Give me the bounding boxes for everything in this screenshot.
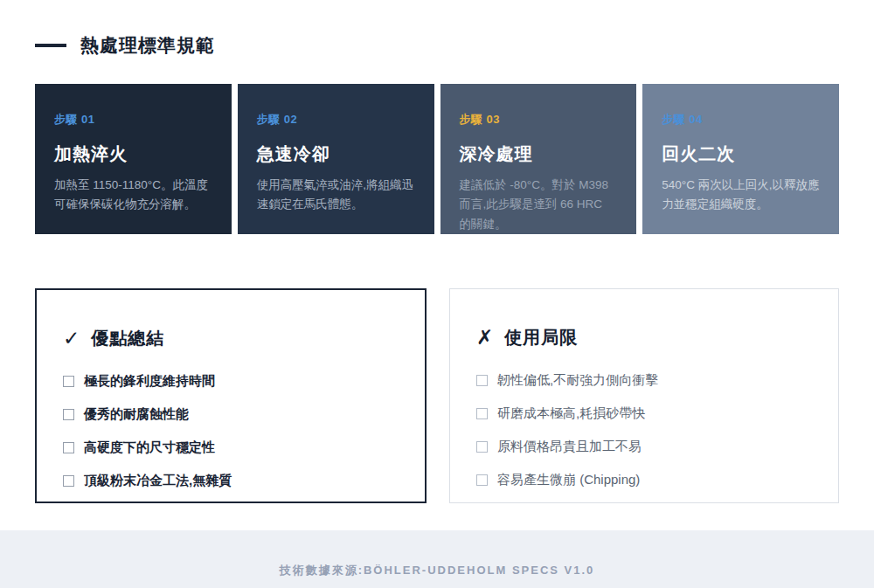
step-label: 步驟 04 <box>662 112 820 128</box>
data-source-text: 技術數據來源:BÖHLER-UDDEHOLM SPECS V1.0 <box>280 563 595 578</box>
list-item: 極長的鋒利度維持時間 <box>63 373 399 390</box>
checkbox-icon <box>63 409 74 420</box>
list-item: 高硬度下的尺寸穩定性 <box>63 439 399 456</box>
page-footer: 技術數據來源:BÖHLER-UDDEHOLM SPECS V1.0 <box>0 530 874 588</box>
step-title: 急速冷卻 <box>257 142 415 166</box>
checkbox-icon <box>476 408 488 419</box>
pros-list: 極長的鋒利度維持時間 優秀的耐腐蝕性能 高硬度下的尺寸穩定性 頂級粉末冶金工法,… <box>63 373 399 489</box>
page-title: 熱處理標準規範 <box>80 33 215 58</box>
checkbox-icon <box>63 442 74 453</box>
cons-list: 韌性偏低,不耐強力側向衝擊 研磨成本極高,耗損砂帶快 原料價格昂貴且加工不易 容… <box>476 372 812 488</box>
summary-boxes-row: ✓ 優點總結 極長的鋒利度維持時間 優秀的耐腐蝕性能 高硬度下的尺寸穩定性 頂級… <box>35 288 839 503</box>
step-label: 步驟 03 <box>460 112 618 128</box>
pros-box: ✓ 優點總結 極長的鋒利度維持時間 優秀的耐腐蝕性能 高硬度下的尺寸穩定性 頂級… <box>35 288 427 503</box>
list-item-label: 容易產生微崩 (Chipping) <box>497 472 640 488</box>
list-item: 頂級粉末冶金工法,無雜質 <box>63 473 399 489</box>
step-card-4: 步驟 04 回火二次 540°C 兩次以上回火,以釋放應力並穩定組織硬度。 <box>642 84 839 234</box>
list-item: 原料價格昂貴且加工不易 <box>476 439 812 455</box>
step-card-2: 步驟 02 急速冷卻 使用高壓氣淬或油淬,將組織迅速鎖定在馬氏體態。 <box>238 84 434 234</box>
step-card-1: 步驟 01 加熱淬火 加熱至 1150-1180°C。此溫度可確保保碳化物充分溶… <box>35 84 232 234</box>
checkbox-icon <box>476 441 488 453</box>
list-item: 韌性偏低,不耐強力側向衝擊 <box>476 372 812 389</box>
step-title: 深冷處理 <box>460 142 618 166</box>
step-description: 540°C 兩次以上回火,以釋放應力並穩定組織硬度。 <box>662 176 820 215</box>
step-cards-row: 步驟 01 加熱淬火 加熱至 1150-1180°C。此溫度可確保保碳化物充分溶… <box>35 84 839 234</box>
step-title: 加熱淬火 <box>54 142 212 166</box>
step-title: 回火二次 <box>662 142 820 166</box>
title-dash-icon <box>35 44 66 47</box>
checkbox-icon <box>63 475 74 487</box>
cross-icon: ✗ <box>476 328 493 348</box>
list-item-label: 高硬度下的尺寸穩定性 <box>84 439 215 456</box>
step-description: 加熱至 1150-1180°C。此溫度可確保保碳化物充分溶解。 <box>54 176 212 215</box>
step-card-3: 步驟 03 深冷處理 建議低於 -80°C。對於 M398 而言,此步驟是達到 … <box>440 84 637 234</box>
pros-box-title: 優點總結 <box>91 327 164 350</box>
list-item-label: 優秀的耐腐蝕性能 <box>84 406 189 423</box>
list-item-label: 極長的鋒利度維持時間 <box>84 373 215 390</box>
pros-box-header: ✓ 優點總結 <box>63 327 399 350</box>
list-item: 容易產生微崩 (Chipping) <box>476 472 812 488</box>
cons-box-header: ✗ 使用局限 <box>476 326 812 349</box>
list-item-label: 原料價格昂貴且加工不易 <box>497 439 642 455</box>
list-item-label: 頂級粉末冶金工法,無雜質 <box>84 473 232 489</box>
list-item-label: 韌性偏低,不耐強力側向衝擊 <box>497 372 658 389</box>
cons-box-title: 使用局限 <box>504 326 578 349</box>
list-item: 優秀的耐腐蝕性能 <box>63 406 399 423</box>
step-description: 使用高壓氣淬或油淬,將組織迅速鎖定在馬氏體態。 <box>257 176 415 215</box>
cons-box: ✗ 使用局限 韌性偏低,不耐強力側向衝擊 研磨成本極高,耗損砂帶快 原料價格昂貴… <box>449 288 839 503</box>
page-header: 熱處理標準規範 <box>0 0 874 58</box>
step-description: 建議低於 -80°C。對於 M398 而言,此步驟是達到 66 HRC 的關鍵。 <box>460 176 618 234</box>
list-item: 研磨成本極高,耗損砂帶快 <box>476 405 812 422</box>
list-item-label: 研磨成本極高,耗損砂帶快 <box>497 405 645 422</box>
checkbox-icon <box>476 474 488 486</box>
step-label: 步驟 01 <box>54 112 212 128</box>
checkmark-icon: ✓ <box>63 329 80 349</box>
checkbox-icon <box>476 375 488 386</box>
step-label: 步驟 02 <box>257 112 415 128</box>
checkbox-icon <box>63 376 74 387</box>
